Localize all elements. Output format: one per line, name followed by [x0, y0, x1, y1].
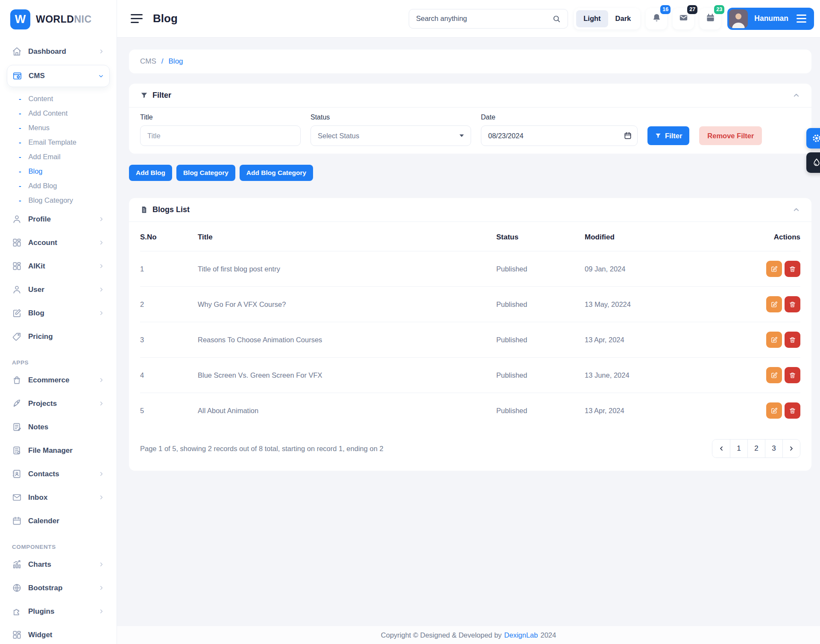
breadcrumb-parent[interactable]: CMS [140, 57, 156, 66]
pagination: 1 2 3 [712, 439, 800, 458]
sidebar-subitem-blog[interactable]: -Blog [7, 164, 110, 178]
edit-button[interactable] [766, 261, 782, 277]
add-blog-button[interactable]: Add Blog [129, 165, 172, 181]
sidebar-item-calender[interactable]: Calender [7, 509, 110, 533]
pagination-page-3[interactable]: 3 [765, 440, 782, 458]
sidebar-subitem-content[interactable]: -Content [7, 91, 110, 106]
brand-name: WORLDNIC [36, 14, 92, 25]
pagination-prev-button[interactable] [712, 440, 730, 458]
table-row: 5 All About Animation Published 13 Apr, … [140, 393, 800, 428]
chevron-right-icon [98, 561, 105, 568]
pagination-next-button[interactable] [782, 440, 800, 458]
sidebar-subitem-email-template[interactable]: -Email Template [7, 135, 110, 149]
search-input[interactable] [416, 15, 548, 23]
sidebar-subitem-label: Blog Category [29, 196, 73, 204]
user-name: Hanuman [754, 14, 788, 23]
user-menu-button[interactable]: Hanuman [727, 8, 814, 30]
edit-button[interactable] [766, 402, 782, 419]
sidebar-item-file-manager[interactable]: File Manager [7, 439, 110, 462]
cell-modified: 13 May, 20224 [585, 287, 751, 322]
chevron-right-icon [788, 445, 795, 452]
blog-category-button[interactable]: Blog Category [176, 165, 235, 181]
settings-button[interactable] [806, 128, 820, 149]
column-modified: Modified [585, 222, 751, 251]
sidebar-subitem-add-blog[interactable]: -Add Blog [7, 178, 110, 193]
cell-modified: 13 Apr, 2024 [585, 322, 751, 358]
edit-button[interactable] [766, 332, 782, 348]
remove-filter-button[interactable]: Remove Filter [699, 126, 762, 145]
filter-apply-button[interactable]: Filter [647, 126, 689, 145]
footer-link[interactable]: DexignLab [504, 631, 538, 639]
filter-panel-header: Filter [129, 84, 811, 108]
cell-modified: 09 Jan, 2024 [585, 251, 751, 287]
person-icon [12, 285, 22, 294]
search-icon[interactable] [552, 15, 561, 23]
filter-status-select[interactable]: Select Status [310, 125, 471, 146]
document-icon [140, 206, 148, 214]
sidebar-item-plugins[interactable]: Plugins [7, 600, 110, 623]
user-avatar [729, 9, 748, 28]
collapse-chevron-up-icon[interactable] [792, 91, 800, 99]
sidebar-item-profile[interactable]: Profile [7, 207, 110, 231]
cell-sno: 5 [140, 393, 198, 428]
add-blog-category-button[interactable]: Add Blog Category [240, 165, 313, 181]
sidebar-item-charts[interactable]: Charts [7, 553, 110, 576]
sidebar-item-aikit[interactable]: AIKit [7, 254, 110, 278]
notifications-button[interactable]: 16 [646, 8, 667, 29]
cms-window-gear-icon [12, 71, 22, 81]
theme-color-button[interactable] [806, 152, 820, 173]
sidebar-item-dashboard[interactable]: Dashboard [7, 40, 110, 63]
collapse-chevron-up-icon[interactable] [792, 206, 800, 214]
sidebar-item-pricing[interactable]: Pricing [7, 325, 110, 348]
sidebar-item-user[interactable]: User [7, 278, 110, 301]
sidebar-item-label: Calender [28, 517, 105, 525]
delete-button[interactable] [785, 296, 800, 312]
pagination-summary: Page 1 of 5, showing 2 records out of 8 … [140, 445, 384, 453]
theme-light-option[interactable]: Light [576, 10, 608, 27]
brand[interactable]: W WORLDNIC [0, 0, 117, 37]
price-tag-icon [12, 332, 22, 341]
sidebar-subitem-add-content[interactable]: -Add Content [7, 106, 110, 120]
theme-dark-option[interactable]: Dark [608, 10, 638, 27]
sidebar-item-blog[interactable]: Blog [7, 301, 110, 325]
trash-icon [789, 336, 796, 344]
filter-title-input[interactable] [140, 125, 301, 146]
sidebar-item-label: Inbox [28, 493, 92, 502]
sidebar-subitem-add-email[interactable]: -Add Email [7, 149, 110, 164]
delete-button[interactable] [785, 261, 800, 277]
cell-status: Published [496, 393, 585, 428]
cell-status: Published [496, 251, 585, 287]
date-picker-icon[interactable] [624, 131, 632, 140]
sidebar-subitem-blog-category[interactable]: -Blog Category [7, 193, 110, 207]
delete-button[interactable] [785, 367, 800, 383]
delete-button[interactable] [785, 402, 800, 419]
dash-icon: - [19, 95, 21, 103]
chevron-right-icon [98, 239, 105, 246]
sidebar-item-bootstrap[interactable]: Bootstrap [7, 576, 110, 600]
chevron-right-icon [98, 216, 105, 222]
sidebar-item-projects[interactable]: Projects [7, 392, 110, 415]
filter-status-value: Select Status [318, 132, 359, 140]
pagination-page-2[interactable]: 2 [747, 440, 765, 458]
sidebar-item-widget[interactable]: Widget [7, 623, 110, 644]
sidebar-item-notes[interactable]: Notes [7, 415, 110, 439]
sidebar-item-ecommerce[interactable]: Ecommerce [7, 368, 110, 392]
edit-pencil-icon [770, 336, 778, 344]
pagination-page-1[interactable]: 1 [730, 440, 747, 458]
messages-button[interactable]: 27 [673, 8, 694, 29]
sidebar-subitem-menus[interactable]: -Menus [7, 120, 110, 135]
filter-date-input[interactable] [481, 125, 638, 146]
delete-button[interactable] [785, 332, 800, 348]
quick-actions: Add Blog Blog Category Add Blog Category [129, 165, 811, 181]
sidebar-item-cms[interactable]: CMS [7, 65, 110, 87]
edit-button[interactable] [766, 296, 782, 312]
cell-title: Title of first blog post entry [198, 251, 496, 287]
sidebar-item-account[interactable]: Account [7, 231, 110, 254]
sidebar-toggle-icon[interactable] [131, 14, 143, 23]
edit-button[interactable] [766, 367, 782, 383]
sidebar-item-contacts[interactable]: Contacts [7, 462, 110, 486]
events-button[interactable]: 23 [700, 8, 721, 29]
sidebar-item-inbox[interactable]: Inbox [7, 486, 110, 509]
cell-status: Published [496, 322, 585, 358]
footer: Copyright © Designed & Developed by Dexi… [117, 626, 820, 644]
